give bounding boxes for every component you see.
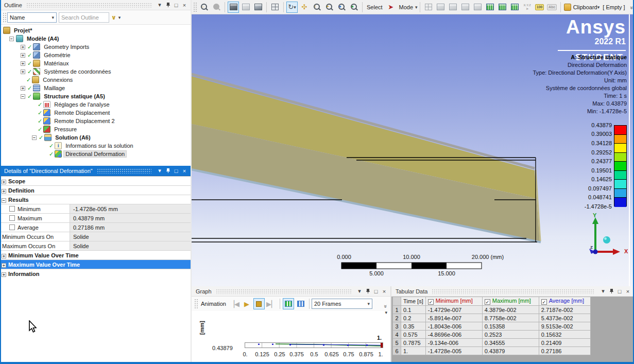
probe-label-icon[interactable]: 100: [534, 2, 545, 13]
tree-item-geometry-imports[interactable]: + ✓ Geometry Imports: [0, 43, 191, 51]
tree-item-solution[interactable]: − ✓ Solution (A6): [0, 133, 191, 142]
collapse-icon[interactable]: −: [21, 94, 25, 99]
coordinate-pick-icon[interactable]: X.Y.Z➤: [522, 2, 533, 13]
details-row-minimum-occurs-on[interactable]: Minimum Occurs On Solide: [0, 232, 191, 241]
tree-item-remote-displacement-2[interactable]: ✓ Remote Displacement 2: [0, 117, 191, 125]
result-sets-button[interactable]: [283, 298, 294, 309]
details-category-information[interactable]: + Information: [0, 269, 191, 279]
expand-icon[interactable]: +: [21, 61, 25, 66]
table-row[interactable]: 61.-1.4728e-0050.438790.27186: [393, 347, 591, 355]
tree-item-connections[interactable]: ✓ Connexions: [0, 76, 191, 84]
close-icon[interactable]: ×: [180, 1, 189, 9]
graph-panel-header[interactable]: Graph ▾ □ ×: [192, 286, 390, 297]
toolbar-grip[interactable]: [3, 12, 6, 22]
expand-icon[interactable]: +: [21, 53, 25, 58]
details-category-max-value-over-time[interactable]: + Maximum Value Over Time: [0, 260, 191, 269]
pin-icon[interactable]: [607, 287, 615, 296]
extend-to-adjacent-icon[interactable]: [435, 2, 447, 13]
details-row-maximum[interactable]: Maximum 0.43879 mm: [0, 214, 191, 223]
box-zoom-button[interactable]: +: [323, 2, 335, 13]
checkbox-checked[interactable]: ✓: [485, 299, 490, 305]
show-mesh-button[interactable]: [252, 2, 264, 13]
tree-item-pressure[interactable]: ✓ Pressure: [0, 125, 191, 133]
wireframe-button[interactable]: [240, 2, 251, 13]
table-row[interactable]: 50.7875-9.134e-0060.345550.21409: [393, 339, 591, 347]
first-frame-button[interactable]: ▕◀: [229, 298, 240, 309]
expand-icon[interactable]: +: [21, 70, 25, 74]
details-row-maximum-occurs-on[interactable]: Maximum Occurs On Solide: [0, 241, 191, 251]
collapse-icon[interactable]: −: [9, 37, 14, 41]
tree-item-project[interactable]: Projet*: [0, 26, 191, 34]
panel-menu-icon[interactable]: ▾: [156, 167, 164, 175]
expand-icon[interactable]: +: [2, 263, 6, 268]
details-category-scope[interactable]: + Scope: [0, 177, 191, 186]
extend-to-instances-icon[interactable]: [472, 2, 484, 13]
panel-menu-icon[interactable]: ▾: [355, 287, 364, 296]
select-mesh-nodes-icon[interactable]: [485, 2, 496, 13]
tree-item-solution-information[interactable]: ✓ i Informations sur la solution: [0, 142, 191, 150]
search-options-chevron-icon[interactable]: ∨: [111, 14, 116, 21]
expand-icon[interactable]: +: [2, 189, 6, 194]
col-average[interactable]: ✓Average [mm]: [539, 297, 590, 306]
expand-icon[interactable]: +: [21, 45, 25, 49]
close-icon[interactable]: ×: [380, 287, 388, 296]
table-row[interactable]: 10.1-1.4729e-0074.3879e-0022.7187e-002: [393, 306, 591, 314]
tabular-panel-header[interactable]: Tabular Data ▾ □ ×: [391, 286, 634, 297]
tree-item-directional-deformation[interactable]: ✓ Directional Deformation: [0, 150, 191, 158]
table-row[interactable]: 30.35-1.8043e-0060.153589.5153e-002: [393, 322, 591, 331]
details-row-average[interactable]: Average 0.27186 mm: [0, 223, 191, 232]
expand-icon[interactable]: +: [21, 86, 25, 91]
details-panel-header[interactable]: Details of "Directional Deformation" ▾ □…: [0, 166, 191, 176]
panel-menu-icon[interactable]: ▾: [156, 1, 164, 9]
tree-item-geometry[interactable]: + ✓ Géométrie: [0, 51, 191, 59]
toolbar-grip[interactable]: [193, 2, 197, 12]
stop-button[interactable]: [253, 298, 265, 309]
previous-view-button[interactable]: ←: [198, 2, 210, 13]
triad[interactable]: [589, 217, 620, 255]
maximize-icon[interactable]: □: [372, 287, 380, 296]
play-button[interactable]: ▶: [241, 298, 252, 309]
checkbox-checked[interactable]: ✓: [428, 299, 434, 305]
next-view-button[interactable]: [211, 2, 222, 13]
tree-item-coordinate-systems[interactable]: + ✓ Systèmes de coordonnées: [0, 67, 191, 76]
maximize-icon[interactable]: □: [172, 1, 180, 9]
graphics-viewport[interactable]: Ansys 2022 R1 STUDENT A: Structure stati…: [192, 14, 634, 286]
toolbar-grip[interactable]: [194, 299, 198, 309]
clipboard-button[interactable]: Clipboard ▾: [563, 2, 601, 13]
frames-combo[interactable]: 20 Frames ▾: [312, 299, 372, 309]
pin-icon[interactable]: [164, 1, 172, 9]
extend-to-connection-icon[interactable]: [460, 2, 471, 13]
col-time[interactable]: Time [s]: [401, 297, 426, 306]
annotation-icon[interactable]: Abc: [546, 2, 558, 13]
checkbox-unchecked[interactable]: [9, 206, 15, 212]
tree-item-analysis-settings[interactable]: ✓ Réglages de l'analyse: [0, 100, 191, 109]
select-mesh-elements-icon[interactable]: [497, 2, 508, 13]
shaded-exterior-button[interactable]: [228, 2, 239, 13]
pin-icon[interactable]: [364, 287, 372, 296]
tree-item-mesh[interactable]: + ✓ Maillage: [0, 84, 191, 92]
expand-icon[interactable]: +: [2, 180, 6, 184]
time-history-chart[interactable]: [mm] 0.43879 1.: [192, 311, 390, 362]
name-filter-combo[interactable]: Name ▾: [7, 12, 57, 23]
current-time-marker[interactable]: [381, 343, 383, 348]
pin-icon[interactable]: [164, 167, 172, 175]
expand-icon[interactable]: +: [2, 254, 6, 258]
viewports-button[interactable]: [269, 2, 281, 13]
checkbox-unchecked[interactable]: [9, 224, 15, 230]
maximize-icon[interactable]: □: [172, 167, 180, 175]
select-mesh-faces-icon[interactable]: [509, 2, 521, 13]
extend-to-limits-icon[interactable]: [448, 2, 459, 13]
checkbox-unchecked[interactable]: [9, 215, 15, 221]
selection-utilities-icon[interactable]: [423, 2, 434, 13]
tree-item-model[interactable]: − Modèle (A4): [0, 34, 191, 43]
last-frame-button[interactable]: ▶▏: [266, 298, 277, 309]
zoom-fit-button[interactable]: ●: [336, 2, 347, 13]
time-decay-button[interactable]: [295, 298, 306, 309]
tree-item-remote-displacement[interactable]: ✓ Remote Displacement: [0, 109, 191, 117]
table-row[interactable]: 20.2-5.8914e-0078.7758e-0025.4373e-002: [393, 314, 591, 322]
col-maximum[interactable]: ✓Maximum [mm]: [482, 297, 539, 306]
mode-label[interactable]: Mode: [399, 4, 414, 10]
zoom-selection-button[interactable]: ●: [348, 2, 359, 13]
rotate-button[interactable]: ↻▾: [286, 2, 298, 13]
search-outline-input[interactable]: [59, 12, 109, 23]
